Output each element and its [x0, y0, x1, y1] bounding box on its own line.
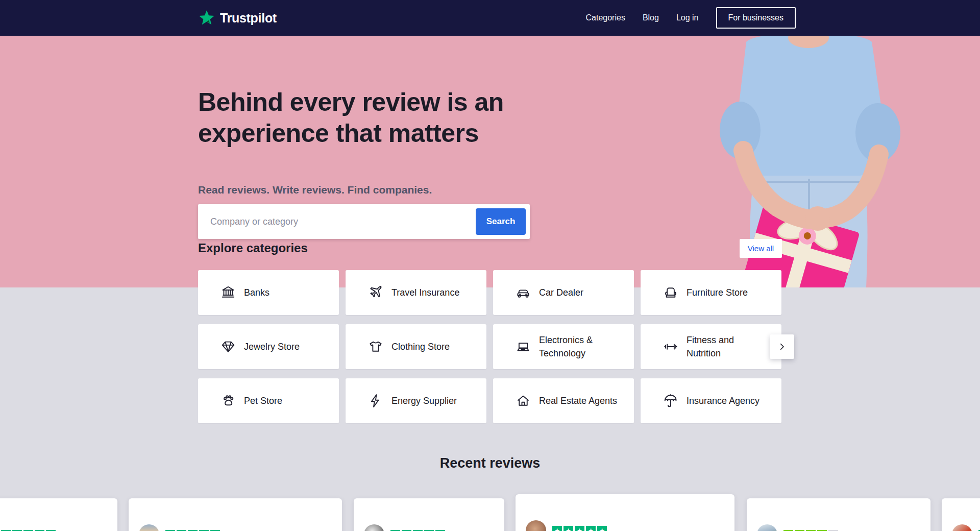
tshirt-icon: [368, 339, 383, 354]
header-inner: Trustpilot Categories Blog Log in For bu…: [198, 0, 796, 36]
category-card-clothing-store[interactable]: Clothing Store: [346, 324, 486, 369]
explore-categories-title: Explore categories: [198, 241, 308, 255]
category-label: Clothing Store: [391, 340, 450, 353]
brand-name: Trustpilot: [220, 11, 277, 26]
category-label: Pet Store: [244, 394, 282, 407]
category-label: Insurance Agency: [687, 394, 760, 407]
category-label: Jewelry Store: [244, 340, 300, 353]
category-label: Furniture Store: [687, 286, 748, 299]
plane-icon: [368, 285, 383, 300]
category-card-fitness-and-nutrition[interactable]: Fitness and Nutrition: [641, 324, 781, 369]
star-icon: ★: [586, 526, 596, 531]
header-nav: Categories Blog Log in For businesses: [586, 7, 796, 29]
lightning-icon: [368, 393, 383, 408]
review-card-3[interactable]: ★★★★★: [354, 498, 504, 531]
category-label: Fitness and Nutrition: [687, 333, 768, 360]
category-card-banks[interactable]: Banks: [198, 270, 339, 315]
category-card-car-dealer[interactable]: Car Dealer: [493, 270, 634, 315]
trustpilot-star-icon: [198, 9, 215, 27]
review-card-6[interactable]: ★★★★★: [942, 498, 980, 531]
recent-reviews-title: Recent reviews: [0, 455, 980, 471]
review-card-4[interactable]: ★★★★★: [516, 494, 734, 531]
trustpilot-logo[interactable]: Trustpilot: [198, 9, 277, 27]
reviewer-avatar-mountain-hiker: [757, 524, 777, 531]
umbrella-icon: [663, 393, 678, 408]
search-input[interactable]: [198, 204, 476, 239]
category-card-real-estate-agents[interactable]: Real Estate Agents: [493, 378, 634, 423]
category-card-insurance-agency[interactable]: Insurance Agency: [641, 378, 781, 423]
house-icon: [516, 393, 531, 408]
bank-icon: [220, 285, 236, 300]
armchair-icon: [663, 285, 678, 300]
chevron-right-icon: [777, 342, 787, 351]
hero-section: Behind every review is an experience tha…: [0, 36, 980, 287]
category-card-pet-store[interactable]: Pet Store: [198, 378, 339, 423]
category-label: Car Dealer: [539, 286, 583, 299]
diamond-icon: [220, 339, 236, 354]
reviewer-avatar-couple: [952, 524, 972, 531]
star-icon: ★: [575, 526, 584, 531]
laptop-icon: [516, 339, 531, 354]
review-card-2[interactable]: ★★★★★: [129, 498, 342, 531]
category-card-electronics-technology[interactable]: Electronics & Technology: [493, 324, 634, 369]
star-icon: ★: [597, 526, 607, 531]
hero-title: Behind every review is an experience tha…: [198, 87, 504, 149]
category-card-jewelry-store[interactable]: Jewelry Store: [198, 324, 339, 369]
paw-icon: [220, 393, 236, 408]
category-label: Energy Supplier: [391, 394, 457, 407]
category-grid: Banks Travel Insurance Car Dealer Furnit…: [198, 270, 782, 423]
category-label: Real Estate Agents: [539, 394, 617, 407]
reviewer-avatar-bw-portrait: [364, 524, 384, 531]
category-label: Banks: [244, 286, 270, 299]
hero-title-line2: experience that matters: [198, 118, 504, 149]
nav-categories[interactable]: Categories: [586, 13, 625, 22]
nav-blog[interactable]: Blog: [643, 13, 659, 22]
review-card-1[interactable]: ★★★★★: [0, 498, 117, 531]
search-button[interactable]: Search: [476, 208, 526, 235]
for-businesses-button[interactable]: For businesses: [716, 7, 796, 29]
trustpilot-home-page: Trustpilot Categories Blog Log in For bu…: [0, 0, 980, 531]
car-icon: [516, 285, 531, 300]
review-card-5[interactable]: ★★★★★: [747, 498, 930, 531]
star-icon: ★: [552, 526, 562, 531]
view-all-button[interactable]: View all: [740, 239, 782, 258]
category-label: Electronics & Technology: [539, 333, 621, 360]
categories-next-button[interactable]: [770, 334, 794, 359]
top-navigation-bar: Trustpilot Categories Blog Log in For bu…: [0, 0, 980, 36]
search-bar: Search: [198, 204, 530, 239]
star-rating: ★★★★★: [552, 526, 607, 531]
dumbbell-icon: [663, 339, 678, 354]
hero-title-line1: Behind every review is an: [198, 87, 504, 118]
category-card-travel-insurance[interactable]: Travel Insurance: [346, 270, 486, 315]
star-icon: ★: [564, 526, 573, 531]
reviewer-avatar-woman-portrait: [526, 520, 546, 531]
nav-log-in[interactable]: Log in: [676, 13, 699, 22]
reviewer-avatar-city-sky: [139, 524, 159, 531]
category-label: Travel Insurance: [391, 286, 459, 299]
hero-subtitle: Read reviews. Write reviews. Find compan…: [198, 184, 432, 196]
category-card-energy-supplier[interactable]: Energy Supplier: [346, 378, 486, 423]
category-card-furniture-store[interactable]: Furniture Store: [641, 270, 781, 315]
hero-photo-person-with-gift: [706, 36, 919, 287]
